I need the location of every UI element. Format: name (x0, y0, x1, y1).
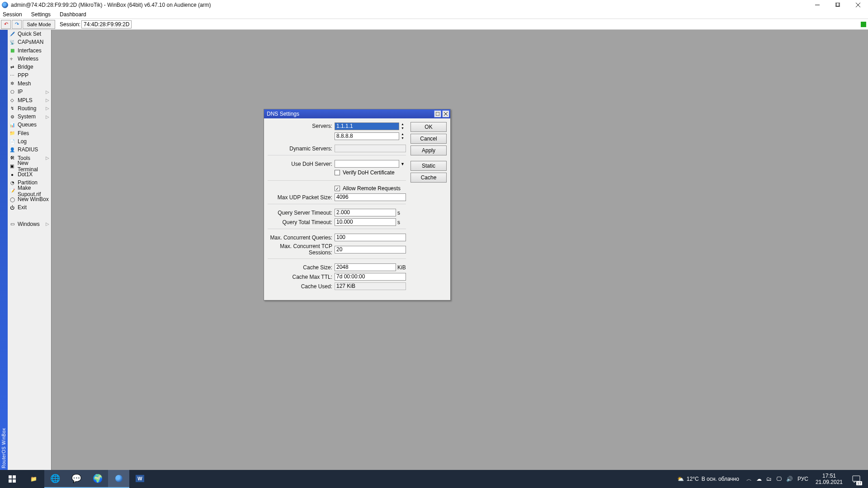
taskbar-word[interactable]: W (129, 470, 151, 488)
arrow-down-icon: ▼ (399, 136, 406, 140)
redo-button[interactable]: ↷ (12, 20, 22, 29)
sidebar-icon: 📊 (9, 122, 15, 127)
server-1-input[interactable]: 1.1.1.1 (335, 122, 399, 130)
tray-onedrive-icon[interactable]: ☁ (756, 476, 762, 482)
sidebar-item-wireless[interactable]: ᯤWireless (8, 55, 51, 63)
taskbar-explorer[interactable]: 📁 (23, 470, 44, 488)
taskbar-app-2[interactable]: 🌍 (87, 470, 108, 488)
sidebar-item-mesh[interactable]: ✲Mesh (8, 80, 51, 88)
tray-language[interactable]: РУС (797, 476, 808, 482)
sidebar-icon: ⇄ (9, 64, 15, 70)
sidebar-item-new-terminal[interactable]: ▣New Terminal (8, 162, 51, 170)
dialog-title-bar[interactable]: DNS Settings (264, 109, 450, 118)
use-doh-dropdown[interactable]: ▼ (399, 162, 406, 166)
server-1-spinner[interactable]: ▲▼ (399, 122, 406, 130)
sidebar-item-quick-set[interactable]: 🖊️Quick Set (8, 30, 51, 38)
taskbar-app-1[interactable]: 💬 (66, 470, 87, 488)
notifications-button[interactable]: 17 (846, 470, 866, 488)
dynamic-servers-input (335, 145, 406, 152)
session-field[interactable]: 74:4D:28:F9:99:2D (81, 20, 132, 28)
sidebar-item-capsman[interactable]: 📡CAPsMAN (8, 38, 51, 46)
ok-button[interactable]: OK (410, 122, 447, 132)
tray-chevron-up-icon[interactable]: ︿ (746, 475, 752, 483)
safe-mode-button[interactable]: Safe Mode (23, 20, 55, 29)
sidebar-item-radius[interactable]: 👤RADIUS (8, 145, 51, 154)
svg-rect-1 (835, 3, 839, 6)
undo-button[interactable]: ↶ (1, 20, 11, 29)
sidebar-item-label: Bridge (18, 64, 33, 70)
servers-label: Servers: (268, 123, 335, 129)
sidebar-item-system[interactable]: ⚙System▷ (8, 113, 51, 121)
weather-temp: 12°C (687, 476, 699, 482)
sidebar-item-mpls[interactable]: ◇MPLS▷ (8, 96, 51, 104)
sidebar-item-windows[interactable]: ▭Windows▷ (8, 220, 51, 228)
chevron-down-icon: ▼ (401, 162, 405, 166)
sidebar-item-files[interactable]: 📁Files (8, 129, 51, 137)
use-doh-input[interactable] (335, 160, 399, 168)
start-button[interactable] (2, 470, 23, 488)
chevron-right-icon: ▷ (46, 89, 49, 94)
taskbar-winbox[interactable] (108, 470, 129, 488)
cache-ttl-input[interactable]: 7d 00:00:00 (335, 273, 406, 281)
sidebar-item-make-supout-rif[interactable]: 📝Make Supout.rif (8, 187, 51, 195)
tray-battery-icon[interactable]: 🗂 (766, 476, 772, 482)
menu-session[interactable]: Session (2, 11, 23, 18)
static-button[interactable]: Static (410, 161, 447, 171)
mcq-input[interactable]: 100 (335, 234, 406, 241)
maximize-button[interactable] (827, 0, 848, 10)
sidebar-item-routing[interactable]: ↯Routing▷ (8, 104, 51, 113)
mcts-input[interactable]: 20 (335, 246, 406, 253)
sidebar-item-label: Windows (18, 221, 40, 227)
sidebar-icon: ↯ (9, 106, 15, 111)
sidebar-item-interfaces[interactable]: ▦Interfaces (8, 47, 51, 55)
verify-doh-label: Verify DoH Certificate (343, 169, 395, 176)
dialog-close-button[interactable] (442, 110, 449, 117)
sidebar-item-bridge[interactable]: ⇄Bridge (8, 63, 51, 71)
sidebar-icon: ⚙ (9, 114, 15, 119)
verify-doh-checkbox[interactable] (335, 170, 340, 175)
sidebar-item-exit[interactable]: ⏻Exit (8, 203, 51, 211)
sidebar-icon: ⋯ (9, 73, 15, 78)
sidebar-item-log[interactable]: 📄Log (8, 137, 51, 145)
vertical-title-text: RouterOS WinBox (1, 428, 6, 468)
cache-used-label: Cache Used: (268, 283, 335, 290)
cache-button[interactable]: Cache (410, 173, 447, 183)
arrow-down-icon: ▼ (399, 126, 406, 130)
server-2-spinner[interactable]: ▲▼ (399, 132, 406, 140)
taskbar-clock[interactable]: 17:51 21.09.2021 (812, 473, 846, 485)
sidebar-item-label: PPP (18, 72, 28, 79)
tray-volume-icon[interactable]: 🔊 (786, 476, 793, 482)
sidebar-item-queues[interactable]: 📊Queues (8, 121, 51, 129)
window-icon (436, 112, 439, 116)
sidebar-item-ip[interactable]: ⎔IP▷ (8, 88, 51, 96)
winbox-icon (115, 475, 123, 482)
taskbar-edge[interactable]: 🌐 (44, 470, 66, 488)
max-udp-input[interactable]: 4096 (335, 193, 406, 201)
sidebar-item-label: Interfaces (18, 47, 42, 54)
server-2-input[interactable]: 8.8.8.8 (335, 132, 399, 140)
tray-network-icon[interactable]: 🖵 (776, 476, 782, 482)
cache-size-unit: KiB (396, 264, 406, 271)
dns-settings-dialog: DNS Settings Servers: 1.1.1.1 ▲▼ (264, 109, 451, 300)
menu-dashboard[interactable]: Dashboard (59, 11, 87, 18)
sidebar-icon: 📝 (9, 188, 15, 194)
sidebar-icon: ⎔ (9, 89, 15, 94)
sidebar-item-new-winbox[interactable]: ◯New WinBox (8, 195, 51, 203)
allow-remote-checkbox[interactable]: ✓ (335, 186, 340, 191)
sidebar-item-ppp[interactable]: ⋯PPP (8, 71, 51, 79)
svg-rect-11 (13, 479, 16, 483)
menu-settings[interactable]: Settings (30, 11, 52, 18)
minimize-button[interactable] (807, 0, 827, 10)
max-udp-label: Max UDP Packet Size: (268, 194, 335, 201)
close-button[interactable] (848, 0, 868, 10)
sidebar-icon: 🖊️ (9, 31, 15, 37)
taskbar-weather[interactable]: ⛅ 12°C В осн. облачно (674, 476, 743, 482)
cache-size-input[interactable]: 2048 (335, 263, 396, 271)
cancel-button[interactable]: Cancel (410, 134, 447, 144)
qtt-input[interactable]: 10.000 (335, 218, 396, 226)
dialog-min-button[interactable] (434, 110, 441, 117)
sidebar-icon: ᯤ (9, 56, 15, 61)
apply-button[interactable]: Apply (410, 145, 447, 155)
chat-icon: 💬 (71, 474, 81, 483)
qst-input[interactable]: 2.000 (335, 209, 396, 216)
